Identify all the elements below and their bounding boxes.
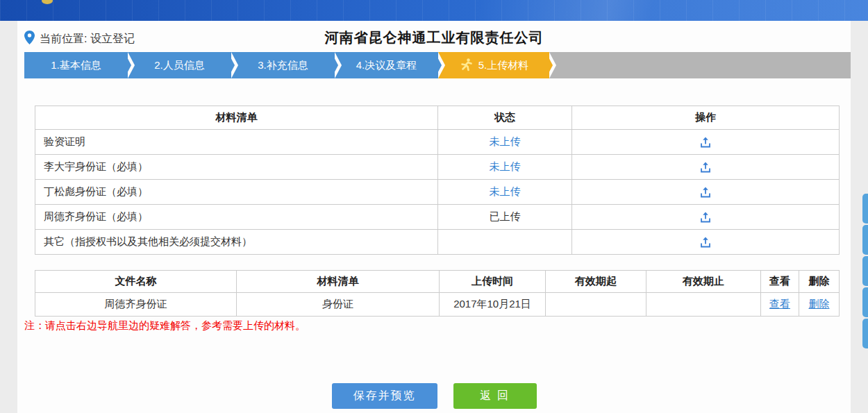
table-row: 周德齐身份证（必填） 已上传 bbox=[35, 205, 840, 230]
table-row: 其它（指授权书以及其他相关必须提交材料） bbox=[35, 230, 840, 255]
table-row: 李大宇身份证（必填） 未上传 bbox=[35, 155, 840, 180]
column-header-delete: 删除 bbox=[799, 271, 840, 293]
status-text: 已上传 bbox=[438, 205, 572, 230]
side-tab[interactable] bbox=[862, 194, 868, 224]
step-nav: 1.基本信息 2.人员信息 3.补充信息 4.决议及章程 bbox=[24, 52, 851, 78]
step-nav-remainder bbox=[549, 52, 851, 78]
step-label: 2.人员信息 bbox=[154, 59, 205, 72]
materials-header-row: 材料清单 状态 操作 bbox=[35, 106, 840, 130]
column-header-valid-from: 有效期起 bbox=[546, 271, 646, 293]
uploaded-files-table: 文件名称 材料清单 上传时间 有效期起 有效期止 查看 删除 周德齐身份证 身份… bbox=[35, 270, 840, 317]
step-2-personnel-info[interactable]: 2.人员信息 bbox=[128, 52, 231, 78]
file-name: 周德齐身份证 bbox=[35, 293, 237, 317]
material-name: 其它（指授权书以及其他相关必须提交材料） bbox=[35, 230, 438, 255]
side-tab[interactable] bbox=[862, 225, 868, 255]
side-tab[interactable] bbox=[862, 256, 868, 286]
column-header-file-name: 文件名称 bbox=[35, 271, 237, 293]
step-5-upload-materials[interactable]: 5.上传材料 bbox=[438, 52, 549, 78]
upload-button[interactable] bbox=[699, 135, 712, 149]
step-3-supplementary-info[interactable]: 3.补充信息 bbox=[231, 52, 335, 78]
top-banner bbox=[0, 0, 868, 21]
running-person-icon bbox=[459, 57, 474, 74]
material-name: 李大宇身份证（必填） bbox=[35, 155, 438, 180]
step-4-resolutions-charter[interactable]: 4.决议及章程 bbox=[335, 52, 438, 78]
status-text: 未上传 bbox=[438, 180, 572, 205]
side-tab[interactable] bbox=[862, 287, 868, 317]
page-title: 河南省昆仑神通工业有限责任公司 bbox=[17, 28, 851, 47]
save-preview-button[interactable]: 保存并预览 bbox=[332, 383, 437, 409]
step-1-basic-info[interactable]: 1.基本信息 bbox=[24, 52, 128, 78]
material-name: 丁松彪身份证（必填） bbox=[35, 180, 438, 205]
column-header-material: 材料清单 bbox=[237, 271, 440, 293]
side-tab[interactable] bbox=[862, 319, 868, 348]
bottom-actions: 保存并预览 返 回 bbox=[17, 383, 851, 409]
file-upload-time: 2017年10月21日 bbox=[440, 293, 546, 317]
column-header-status: 状态 bbox=[438, 106, 572, 130]
step-label: 1.基本信息 bbox=[51, 59, 101, 72]
materials-table: 材料清单 状态 操作 验资证明 未上传 李大宇身份证（必填） bbox=[35, 106, 840, 255]
status-text bbox=[438, 230, 572, 255]
delete-link[interactable]: 删除 bbox=[809, 298, 830, 310]
column-header-upload-time: 上传时间 bbox=[440, 271, 546, 293]
back-button[interactable]: 返 回 bbox=[453, 383, 537, 409]
table-row: 丁松彪身份证（必填） 未上传 bbox=[35, 180, 840, 205]
material-name: 周德齐身份证（必填） bbox=[35, 205, 438, 230]
column-header-valid-to: 有效期止 bbox=[646, 271, 761, 293]
upload-button[interactable] bbox=[699, 235, 712, 249]
screen: 当前位置: 设立登记 河南省昆仑神通工业有限责任公司 1.基本信息 2.人员信息… bbox=[0, 0, 868, 413]
step-label: 3.补充信息 bbox=[258, 59, 308, 72]
column-header-action: 操作 bbox=[572, 106, 840, 130]
column-header-material: 材料清单 bbox=[35, 106, 438, 130]
main-panel: 当前位置: 设立登记 河南省昆仑神通工业有限责任公司 1.基本信息 2.人员信息… bbox=[17, 21, 851, 413]
column-header-view: 查看 bbox=[761, 271, 799, 293]
status-text: 未上传 bbox=[438, 130, 572, 155]
table-row: 验资证明 未上传 bbox=[35, 130, 840, 155]
status-text: 未上传 bbox=[438, 155, 572, 180]
step-label: 4.决议及章程 bbox=[356, 59, 417, 72]
file-valid-to bbox=[646, 293, 761, 317]
files-header-row: 文件名称 材料清单 上传时间 有效期起 有效期止 查看 删除 bbox=[35, 271, 840, 293]
upload-button[interactable] bbox=[699, 160, 712, 174]
view-link[interactable]: 查看 bbox=[769, 298, 790, 310]
note-text: 注：请点击右边导航里边的疑难解答，参考需要上传的材料。 bbox=[24, 319, 306, 332]
file-material: 身份证 bbox=[237, 293, 440, 317]
upload-button[interactable] bbox=[699, 210, 712, 224]
upload-button[interactable] bbox=[699, 185, 712, 199]
table-row: 周德齐身份证 身份证 2017年10月21日 查看 删除 bbox=[35, 293, 840, 317]
material-name: 验资证明 bbox=[35, 130, 438, 155]
step-label: 5.上传材料 bbox=[478, 59, 529, 72]
file-valid-from bbox=[546, 293, 646, 317]
logo-fragment bbox=[42, 0, 53, 4]
